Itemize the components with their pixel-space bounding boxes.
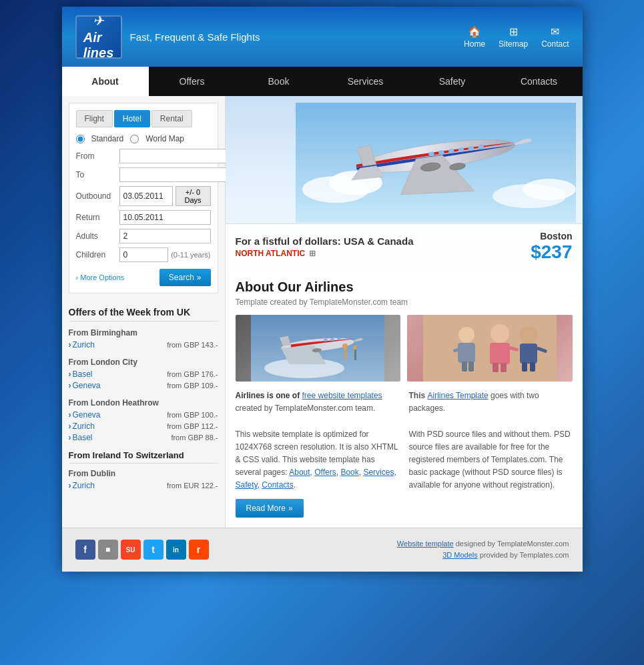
svg-rect-10 bbox=[448, 149, 454, 153]
search-box: Flight Hotel Rental Standard World Map F… bbox=[69, 103, 218, 293]
safety-link[interactable]: Safety bbox=[236, 480, 258, 490]
contacts-link[interactable]: Contacts bbox=[262, 480, 293, 490]
svg-rect-11 bbox=[458, 147, 464, 152]
3d-models-link[interactable]: 3D Models bbox=[442, 551, 478, 559]
logo-area: ✈ Air lines Fast, Frequent & Safe Flight… bbox=[75, 15, 260, 59]
offer-geneva-link1[interactable]: Geneva bbox=[69, 381, 101, 390]
adults-label: Adults bbox=[76, 231, 119, 241]
offers-group-dublin: From Dublin Zurich from EUR 122.- bbox=[69, 469, 218, 490]
footer-line1-text: designed by TemplateMonster.com bbox=[456, 540, 569, 548]
search-tabs: Flight Hotel Rental bbox=[76, 110, 211, 127]
offer-zurich-link2[interactable]: Zurich bbox=[69, 422, 95, 431]
tab-flight[interactable]: Flight bbox=[76, 110, 113, 127]
hero-banner-left: For a fistful of dollars: USA & Canada N… bbox=[236, 235, 414, 258]
expand-icon: ⊞ bbox=[309, 249, 316, 258]
website-template-link[interactable]: Website template bbox=[397, 540, 454, 548]
home-icon: 🏠 bbox=[468, 25, 481, 38]
footer: f ■ SU t in r Website template designed … bbox=[62, 528, 583, 572]
services-link[interactable]: Services bbox=[363, 468, 394, 477]
airlines-template-link[interactable]: Airlines Template bbox=[428, 391, 489, 400]
offer-basel-link2[interactable]: Basel bbox=[69, 433, 93, 442]
offer-row: Zurich from EUR 122.- bbox=[69, 481, 218, 490]
return-input[interactable] bbox=[119, 210, 211, 225]
outbound-input[interactable] bbox=[119, 186, 173, 206]
svg-point-24 bbox=[353, 346, 357, 350]
offer-row: Basel from GBP 88.- bbox=[69, 433, 218, 442]
offer-basel-link1[interactable]: Basel bbox=[69, 370, 93, 379]
free-templates-link[interactable]: free website templates bbox=[302, 391, 382, 400]
offers-group-heathrow: From London Heathrow Geneva from GBP 100… bbox=[69, 398, 218, 442]
radio-standard[interactable] bbox=[76, 135, 85, 143]
logo-text: Air lines bbox=[83, 30, 114, 61]
footer-line2: 3D Models provided by Templates.com bbox=[397, 550, 569, 562]
main-nav: About Offers Book Services Safety Contac… bbox=[62, 67, 583, 96]
about-left-para: This website template is optimized for 1… bbox=[236, 428, 399, 492]
footer-line2-text: provided by Templates.com bbox=[480, 551, 569, 559]
radio-worldmap[interactable] bbox=[130, 135, 139, 143]
sitemap-nav-item[interactable]: ⊞ Sitemap bbox=[499, 25, 528, 49]
delicious-icon[interactable]: ■ bbox=[98, 540, 118, 560]
contact-nav-label: Contact bbox=[541, 39, 569, 49]
airplane-illustration bbox=[296, 103, 576, 223]
from-input[interactable] bbox=[119, 149, 228, 163]
more-options-link[interactable]: › More Options bbox=[76, 273, 125, 281]
search-button[interactable]: Search » bbox=[159, 269, 211, 286]
home-nav-item[interactable]: 🏠 Home bbox=[464, 25, 485, 49]
header: ✈ Air lines Fast, Frequent & Safe Flight… bbox=[62, 7, 583, 67]
offers-group-birmingham: From Birmingham Zurich from GBP 143.- bbox=[69, 328, 218, 350]
tab-rental[interactable]: Rental bbox=[151, 110, 192, 127]
about-link[interactable]: About bbox=[289, 468, 310, 477]
adults-row: Adults bbox=[76, 229, 211, 243]
adults-input[interactable] bbox=[119, 229, 211, 243]
facebook-icon[interactable]: f bbox=[75, 540, 95, 560]
children-note: (0-11 years) bbox=[171, 251, 210, 259]
offer-row: Geneva from GBP 100.- bbox=[69, 410, 218, 420]
offer-geneva-link2[interactable]: Geneva bbox=[69, 410, 101, 420]
about-left-text: Airlines is one of free website template… bbox=[236, 390, 399, 518]
svg-rect-18 bbox=[324, 339, 328, 342]
svg-rect-35 bbox=[493, 363, 499, 372]
stumbleupon-icon[interactable]: SU bbox=[121, 540, 141, 560]
children-input[interactable] bbox=[119, 247, 169, 262]
offers-group-london-city-title: From London City bbox=[69, 358, 218, 367]
offers-link[interactable]: Offers bbox=[314, 468, 336, 477]
offer-zurich-link1[interactable]: Zurich bbox=[69, 340, 95, 350]
children-row: Children (0-11 years) bbox=[76, 247, 211, 262]
people-image-placeholder bbox=[407, 315, 573, 382]
search-footer: › More Options Search » bbox=[76, 269, 211, 286]
footer-text: Website template designed by TemplateMon… bbox=[397, 538, 569, 562]
offers-group-london-city: From London City Basel from GBP 176.- Ge… bbox=[69, 358, 218, 390]
svg-point-27 bbox=[458, 327, 474, 343]
nav-services[interactable]: Services bbox=[322, 67, 409, 96]
home-nav-label: Home bbox=[464, 39, 485, 49]
read-more-button[interactable]: Read More » bbox=[236, 499, 304, 518]
svg-point-22 bbox=[342, 344, 348, 349]
nav-safety[interactable]: Safety bbox=[409, 67, 496, 96]
linkedin-icon[interactable]: in bbox=[166, 540, 186, 560]
svg-point-32 bbox=[491, 324, 509, 343]
tab-hotel[interactable]: Hotel bbox=[114, 110, 150, 127]
reddit-icon[interactable]: r bbox=[189, 540, 209, 560]
about-content: Airlines is one of free website template… bbox=[236, 390, 573, 518]
nav-about[interactable]: About bbox=[62, 67, 149, 96]
offers-section: Offers of the Week from UK From Birmingh… bbox=[62, 300, 225, 505]
to-input[interactable] bbox=[119, 167, 228, 182]
svg-point-4 bbox=[523, 179, 576, 200]
contact-nav-item[interactable]: ✉ Contact bbox=[541, 25, 569, 49]
book-link[interactable]: Book bbox=[340, 468, 358, 477]
right-panel: For a fistful of dollars: USA & Canada N… bbox=[226, 96, 583, 528]
svg-rect-20 bbox=[337, 338, 340, 340]
about-title: About Our Airlines bbox=[236, 279, 573, 295]
days-button[interactable]: +/- 0 Days bbox=[176, 186, 211, 206]
social-icons: f ■ SU t in r bbox=[75, 540, 209, 560]
offer-zurich-link3[interactable]: Zurich bbox=[69, 481, 95, 490]
search-arrow-icon: » bbox=[197, 273, 202, 282]
sitemap-nav-label: Sitemap bbox=[499, 39, 528, 49]
nav-contacts[interactable]: Contacts bbox=[496, 67, 583, 96]
about-subtitle: Template created by TemplateMonster.com … bbox=[236, 297, 573, 307]
twitter-icon[interactable]: t bbox=[143, 540, 164, 560]
about-right-text: This Airlines Template goes with two pac… bbox=[409, 390, 573, 518]
nav-book[interactable]: Book bbox=[236, 67, 322, 96]
offer-row: Zurich from GBP 143.- bbox=[69, 340, 218, 350]
nav-offers[interactable]: Offers bbox=[149, 67, 236, 96]
